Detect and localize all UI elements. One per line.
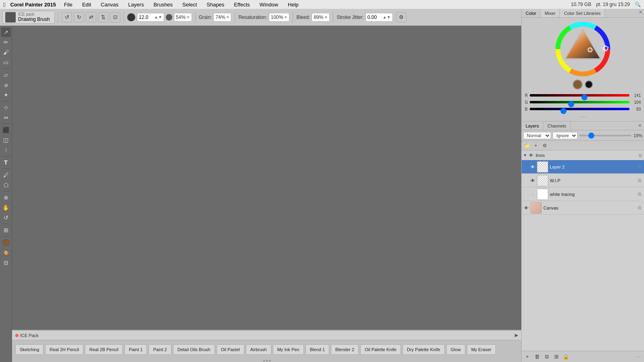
preset-airbrush[interactable]: Airbrush — [246, 344, 271, 355]
menu-edit[interactable]: Edit — [80, 2, 93, 8]
layer-row-white-tracing[interactable]: ○ white tracing ⛓ — [522, 187, 644, 201]
white-tracing-visibility-icon[interactable]: ○ — [530, 191, 535, 197]
menu-shapes[interactable]: Shapes — [205, 2, 226, 8]
layer-settings-icon[interactable]: ⚙ — [541, 142, 548, 149]
selection-tool-button[interactable]: ↗ — [1, 27, 11, 37]
flip-horizontal-button[interactable]: ⇄ — [86, 12, 96, 23]
preset-my-ink-pen[interactable]: My Ink Pen — [273, 344, 304, 355]
tab-color[interactable]: Color — [522, 9, 541, 17]
preset-oil-pastel[interactable]: Oil Pastel — [217, 344, 244, 355]
flip-vertical-button[interactable]: ⇅ — [98, 12, 108, 23]
menu-brushes[interactable]: Brushes — [152, 2, 174, 8]
stroke-jitter-input[interactable]: 0.00 — [367, 14, 382, 20]
crop-tool-button[interactable]: ⊹ — [1, 103, 11, 112]
merge-layer-button[interactable]: ⊞ — [552, 353, 560, 361]
tab-layers[interactable]: Layers — [522, 121, 543, 130]
layer-row-canvas[interactable]: 👁 Canvas ⛓ — [522, 201, 644, 215]
transform-tool-button[interactable]: ⇔ — [1, 113, 11, 122]
g-slider[interactable] — [530, 103, 630, 105]
menu-select[interactable]: Select — [181, 2, 198, 8]
wip-visibility-icon[interactable]: 👁 — [530, 178, 535, 183]
menu-layers[interactable]: Layers — [126, 2, 145, 8]
size-field[interactable]: 12.0 ▲▼ — [137, 13, 164, 22]
brush-selector[interactable]: ICE pack Drawing Brush — [2, 11, 55, 24]
grain-dropdown[interactable]: 74% ▼ — [213, 13, 231, 22]
preset-paint1[interactable]: Paint 1 — [124, 344, 147, 355]
menu-help[interactable]: Help — [286, 2, 300, 8]
new-layer-icon[interactable]: + — [532, 142, 539, 149]
opacity-slider[interactable] — [579, 135, 631, 136]
canvas-visibility-icon[interactable]: 👁 — [523, 205, 529, 211]
preset-dry-palette-knife[interactable]: Dry Palette Knife — [402, 344, 445, 355]
rotate-right-button[interactable]: ↻ — [74, 12, 84, 23]
canvas-area[interactable] — [12, 26, 521, 330]
tab-channels[interactable]: Channels — [543, 121, 570, 130]
blend-mode-dropdown[interactable]: Normal — [523, 132, 551, 139]
preset-blend1[interactable]: Blend 1 — [305, 344, 329, 355]
stroke-jitter-field[interactable]: 0.00 ▲▼ — [365, 13, 393, 22]
brush-set-expand-icon[interactable]: ▶ — [515, 333, 518, 338]
color-wheel[interactable] — [555, 21, 611, 77]
preset-sketching[interactable]: Sketching — [15, 344, 43, 355]
color-wheel-svg[interactable] — [555, 21, 611, 77]
fill-tool-button[interactable]: ⬛ — [1, 125, 11, 135]
layer2-visibility-icon[interactable]: 👁 — [530, 164, 535, 170]
draw-tool-button[interactable]: ✏ — [1, 37, 11, 47]
preset-my-eraser[interactable]: My Eraser — [467, 344, 496, 355]
add-layer-button[interactable]: + — [523, 353, 531, 361]
text-tool-button[interactable]: T — [1, 158, 11, 167]
color-panel-pin-icon[interactable]: ✕ — [637, 9, 644, 17]
preset-real2h[interactable]: Real 2H Pencil — [45, 344, 83, 355]
color-picker-button[interactable] — [1, 238, 11, 247]
preset-paint2[interactable]: Paint 2 — [149, 344, 171, 355]
settings-button[interactable]: ⚙ — [396, 12, 407, 23]
bleed-dropdown[interactable]: 89% ▼ — [312, 13, 330, 22]
preset-blender2[interactable]: Blender 2 — [331, 344, 359, 355]
size-input[interactable]: 12.0 — [139, 14, 153, 20]
preset-oil-palette-knife[interactable]: Oil Palette Knife — [360, 344, 401, 355]
layer-row-layer2[interactable]: 👁 Layer 2 ⛓ — [522, 160, 644, 174]
color-palette-button[interactable]: 🎨 — [1, 248, 11, 257]
mirror-tool-button[interactable]: ⊞ — [1, 225, 11, 235]
new-group-icon[interactable]: 📁 — [523, 142, 530, 149]
lasso-tool-button[interactable]: ⌀ — [1, 80, 11, 90]
magic-wand-button[interactable]: ✦ — [1, 90, 11, 100]
background-color-swatch[interactable] — [585, 80, 593, 88]
eyedropper-button[interactable]: ⁝ — [1, 145, 11, 155]
b-slider[interactable] — [530, 110, 630, 112]
paint-tool-button[interactable]: 🖌 — [1, 47, 11, 57]
preset-real2b[interactable]: Real 2B Pencil — [85, 344, 123, 355]
pan-tool-button[interactable]: ✋ — [1, 203, 11, 212]
ignore-dropdown[interactable]: Ignore — [553, 132, 578, 139]
mirror-button[interactable]: ⊡ — [110, 12, 120, 23]
lock-layer-button[interactable]: 🔒 — [562, 353, 570, 361]
shape-sel-button[interactable]: ⬡ — [1, 180, 11, 190]
preset-glow[interactable]: Glow — [446, 344, 465, 355]
rectangle-tool-button[interactable]: ▱ — [1, 70, 11, 80]
resaturation-dropdown[interactable]: 100% ▼ — [269, 13, 290, 22]
preset-detail-oils[interactable]: Detail Oils Brush — [173, 344, 215, 355]
lines-visibility-icon[interactable]: 👁 — [528, 152, 534, 158]
rotate-canvas-button[interactable]: ↺ — [1, 213, 11, 222]
layers-panel-pin-icon[interactable]: ✕ — [636, 122, 644, 129]
erase-tool-button[interactable]: ▭ — [1, 58, 11, 67]
size-stepper-icon[interactable]: ▲▼ — [154, 15, 162, 19]
zoom-tool-button[interactable]: ⊕ — [1, 193, 11, 202]
tab-mixer[interactable]: Mixer — [541, 9, 560, 17]
menu-effects[interactable]: Effects — [232, 2, 252, 8]
rotate-left-button[interactable]: ↺ — [62, 12, 72, 23]
delete-layer-button[interactable]: 🗑 — [533, 353, 541, 361]
close-panel-button[interactable] — [15, 334, 19, 337]
stroke-jitter-stepper-icon[interactable]: ▲▼ — [383, 15, 391, 19]
layer-row-wip[interactable]: 👁 W.I.P ⛓ — [522, 174, 644, 187]
menu-canvas[interactable]: Canvas — [99, 2, 120, 8]
opacity-dropdown[interactable]: 54% ▼ — [174, 13, 192, 22]
layer-group-lines[interactable]: ▼ 👁 lines ⛓ — [522, 150, 644, 160]
apple-logo-icon[interactable]:  — [3, 1, 5, 8]
tab-color-set[interactable]: Color Set Libraries — [560, 9, 605, 17]
pen-tool-button[interactable]: 🖊 — [1, 170, 11, 180]
r-slider[interactable] — [530, 96, 630, 99]
menu-file[interactable]: File — [62, 2, 74, 8]
foreground-color-swatch[interactable] — [573, 80, 582, 89]
gradient-tool-button[interactable]: ◫ — [1, 135, 11, 145]
